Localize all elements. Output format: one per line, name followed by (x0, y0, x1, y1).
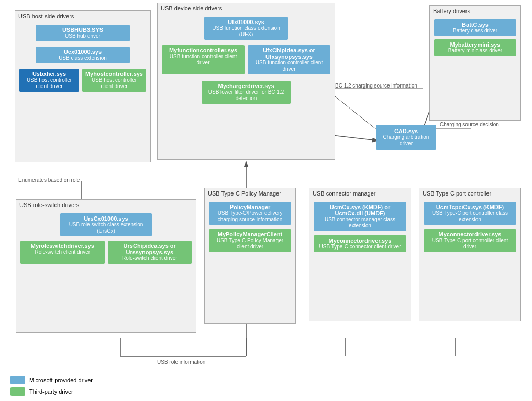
bc-info-label: BC 1.2 charging source information (335, 83, 417, 89)
legend-microsoft-label: Microsoft-provided driver (29, 377, 93, 383)
usbhub3-desc: USB hub driver (39, 33, 127, 39)
myfunctioncontroller-name: Myfunctioncontroller.sys (165, 47, 241, 53)
ucmtcpcicx-box: UcmTcpciCx.sys (KMDF) USB Type-C port co… (424, 202, 516, 225)
legend-thirdparty-label: Third-party driver (29, 388, 73, 395)
policy-manager-group: USB Type-C Policy Manager PolicyManager … (204, 188, 296, 324)
legend-microsoft: Microsoft-provided driver (10, 376, 93, 384)
urschipidea-desc: Role-switch client driver (111, 255, 189, 262)
battc-box: BattC.sys Battery class driver (434, 19, 516, 36)
ufxchipidea-box: UfxChipidea.sys or Ufxsynopsys.sys USB f… (248, 45, 330, 74)
ucmtcpcicx-name: UcmTcpciCx.sys (KMDF) (427, 204, 513, 210)
usbxhci-name: Usbxhci.sys (23, 71, 76, 77)
battc-desc: Battery class driver (437, 28, 513, 34)
policymanager-desc: USB Type-C/Power delivery charging sourc… (212, 210, 288, 223)
cad-desc: Charging arbitration driver (379, 134, 433, 147)
cad-box: CAD.sys Charging arbitration driver (376, 125, 436, 150)
enumerates-label: Enumerates based on role (18, 177, 80, 183)
mypolicymanagerclient-name: MyPolicyManagerClient (212, 231, 288, 237)
port-controller-label: USB Type-C port controller (423, 190, 491, 197)
mypolicymanagerclient-box: MyPolicyManagerClient USB Type-C Policy … (209, 229, 291, 252)
myhostcontroller-box: Myhostcontroller.sys USB host controller… (82, 69, 146, 92)
legend-green-box (10, 387, 25, 396)
device-side-group: USB device-side drivers Ufx01000.sys USB… (157, 3, 335, 160)
ufx01000-name: Ufx01000.sys (207, 19, 285, 25)
urscx01000-desc: USB role switch class extension (UrsCx) (63, 222, 149, 234)
role-switch-label: USB role-switch drivers (19, 202, 79, 208)
mychargerdriver-desc: USB lower filter driver for BC 1.2 detec… (205, 89, 287, 102)
ufxchipidea-desc: USB function controller client driver (251, 60, 327, 72)
legend-thirdparty: Third-party driver (10, 387, 93, 396)
urschipidea-box: UrsChipidea.sys or Urssynopsys.sys Role-… (108, 241, 192, 264)
usbhub3-box: USBHUB3.SYS USB hub driver (36, 25, 130, 41)
host-side-label: USB host-side drivers (18, 13, 74, 19)
policy-manager-label: USB Type-C Policy Manager (208, 190, 281, 197)
mybatterymini-name: Mybatterymini.sys (437, 41, 513, 48)
myconnectordriver2-name: Myconnectordriver.sys (427, 231, 513, 237)
legend: Microsoft-provided driver Third-party dr… (10, 376, 93, 396)
ufx01000-box: Ufx01000.sys USB function class extensio… (204, 17, 288, 40)
mypolicymanagerclient-desc: USB Type-C Policy Manager client driver (212, 237, 288, 250)
urscx01000-box: UrsCx01000.sys USB role switch class ext… (60, 213, 152, 236)
role-switch-group: USB role-switch drivers UrsCx01000.sys U… (16, 199, 196, 333)
policymanager-box: PolicyManager USB Type-C/Power delivery … (209, 202, 291, 225)
ufxchipidea-name: UfxChipidea.sys or Ufxsynopsys.sys (251, 47, 327, 60)
ucmcx-box: UcmCx.sys (KMDF) or UcmCx.dll (UMDF) USB… (314, 202, 406, 231)
ucx01000-box: Ucx01000.sys USB class extension (36, 47, 130, 63)
myconnectordriver2-box: Myconnectordriver.sys USB Type-C port co… (424, 229, 516, 252)
ucmtcpcicx-desc: USB Type-C port controller class extensi… (427, 210, 513, 223)
battc-name: BattC.sys (437, 21, 513, 28)
myconnectordriver1-name: Myconnectordriver.sys (317, 237, 403, 244)
myhostcontroller-name: Myhostcontroller.sys (85, 71, 143, 77)
ucx01000-desc: USB class extension (39, 55, 127, 61)
mychargerdriver-name: Mychargerdriver.sys (205, 83, 287, 89)
battery-label: Battery drivers (433, 8, 470, 14)
myhostcontroller-desc: USB host controller client driver (85, 77, 143, 90)
host-side-group: USB host-side drivers USBHUB3.SYS USB hu… (15, 10, 151, 162)
legend-blue-box (10, 376, 25, 384)
myroleswitchdriver-box: Myroleswitchdriver.sys Role-switch clien… (20, 241, 105, 264)
policymanager-name: PolicyManager (212, 204, 288, 210)
connector-manager-group: USB connector manager UcmCx.sys (KMDF) o… (309, 188, 411, 321)
battery-group: Battery drivers BattC.sys Battery class … (429, 5, 521, 121)
ucmcx-name: UcmCx.sys (KMDF) or UcmCx.dll (UMDF) (317, 204, 403, 216)
usbxhci-box: Usbxhci.sys USB host controller client d… (19, 69, 79, 92)
myfunctioncontroller-box: Myfunctioncontroller.sys USB function co… (162, 45, 245, 74)
charging-decision-label: Charging source decision (440, 122, 499, 127)
mychargerdriver-box: Mychargerdriver.sys USB lower filter dri… (202, 81, 291, 104)
device-side-label: USB device-side drivers (161, 5, 222, 12)
usbxhci-desc: USB host controller client driver (23, 77, 76, 90)
port-controller-group: USB Type-C port controller UcmTcpciCx.sy… (419, 188, 521, 321)
myroleswitchdriver-desc: Role-switch client driver (24, 249, 102, 255)
diagram-container: USB host-side drivers USBHUB3.SYS USB hu… (0, 0, 532, 401)
myroleswitchdriver-name: Myroleswitchdriver.sys (24, 243, 102, 249)
mybatterymini-box: Mybatterymini.sys Battery miniclass driv… (434, 39, 516, 56)
connector-manager-label: USB connector manager (313, 190, 375, 197)
ucmcx-desc: USB connector manager class extension (317, 216, 403, 229)
usbhub3-name: USBHUB3.SYS (39, 27, 127, 33)
myconnectordriver2-desc: USB Type-C port controller client driver (427, 237, 513, 250)
ufx01000-desc: USB function class extension (UFX) (207, 25, 285, 38)
myfunctioncontroller-desc: USB function controller client driver (165, 53, 241, 66)
cad-name: CAD.sys (379, 128, 433, 134)
urschipidea-name: UrsChipidea.sys or Urssynopsys.sys (111, 243, 189, 255)
mybatterymini-desc: Battery miniclass driver (437, 48, 513, 54)
myconnectordriver1-desc: USB Type-C connector client driver (317, 244, 403, 250)
role-info-label: USB role information (157, 359, 205, 365)
ucx01000-name: Ucx01000.sys (39, 49, 127, 55)
urscx01000-name: UrsCx01000.sys (63, 215, 149, 222)
myconnectordriver1-box: Myconnectordriver.sys USB Type-C connect… (314, 235, 406, 252)
